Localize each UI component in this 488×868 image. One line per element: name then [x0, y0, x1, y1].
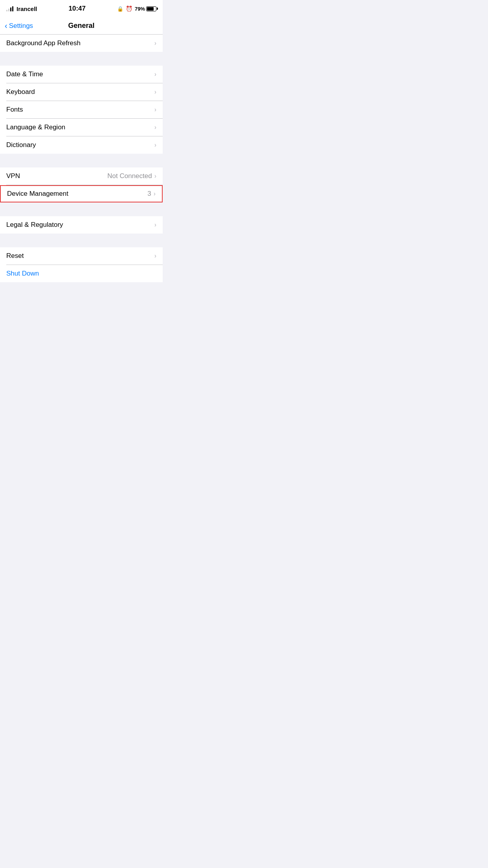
chevron-icon: ›	[154, 124, 156, 131]
back-chevron-icon: ‹	[5, 22, 7, 29]
signal-bar-1	[6, 10, 7, 11]
page-title: General	[68, 22, 94, 30]
signal-bar-2	[8, 9, 9, 11]
chevron-icon: ›	[154, 190, 156, 197]
list-item-date-time[interactable]: Date & Time ›	[0, 66, 163, 83]
status-time: 10:47	[69, 5, 86, 13]
chevron-icon: ›	[154, 252, 156, 259]
back-label: Settings	[9, 22, 33, 30]
reset-group: Reset › Shut Down	[0, 247, 163, 282]
item-label-fonts: Fonts	[6, 106, 154, 114]
list-item-device-management[interactable]: Device Management 3 ›	[0, 185, 163, 202]
section-divider-1	[0, 52, 163, 66]
list-item-background-app-refresh[interactable]: Background App Refresh ›	[0, 35, 163, 52]
item-value-vpn: Not Connected	[107, 172, 152, 180]
vpn-group: VPN Not Connected › Device Management 3 …	[0, 167, 163, 202]
item-label-reset: Reset	[6, 252, 154, 260]
carrier-name: Irancell	[17, 6, 37, 12]
chevron-icon: ›	[154, 71, 156, 78]
signal-bar-3	[10, 7, 11, 11]
chevron-icon: ›	[154, 142, 156, 149]
item-label-device-management: Device Management	[7, 190, 147, 198]
back-button[interactable]: ‹ Settings	[5, 22, 33, 30]
alarm-icon: ⏰	[126, 6, 132, 12]
list-item-language-region[interactable]: Language & Region ›	[0, 119, 163, 136]
chevron-icon: ›	[154, 40, 156, 47]
status-right: 🔒 ⏰ 79%	[117, 6, 156, 12]
chevron-icon: ›	[154, 106, 156, 113]
chevron-icon: ›	[154, 221, 156, 228]
section-divider-3	[0, 202, 163, 216]
section-vpn: VPN Not Connected › Device Management 3 …	[0, 167, 163, 202]
signal-bar-4	[12, 6, 13, 11]
battery-icon	[146, 6, 156, 11]
section-reset: Reset › Shut Down	[0, 247, 163, 282]
battery-fill	[147, 7, 154, 11]
list-item-keyboard[interactable]: Keyboard ›	[0, 83, 163, 101]
battery-percent: 79%	[135, 6, 145, 12]
settings-content: Background App Refresh › Date & Time › K…	[0, 35, 163, 298]
list-item-legal-regulatory[interactable]: Legal & Regulatory ›	[0, 216, 163, 234]
section-refresh: Background App Refresh ›	[0, 35, 163, 52]
item-badge-device-management: 3	[147, 190, 151, 198]
section-legal: Legal & Regulatory ›	[0, 216, 163, 234]
battery-container: 79%	[135, 6, 156, 12]
list-item-reset[interactable]: Reset ›	[0, 247, 163, 265]
datetime-group: Date & Time › Keyboard › Fonts › Languag…	[0, 66, 163, 154]
bottom-spacer	[0, 282, 163, 298]
item-label-language-region: Language & Region	[6, 123, 154, 131]
item-label-shut-down: Shut Down	[6, 270, 156, 278]
item-label-vpn: VPN	[6, 172, 107, 180]
list-item-fonts[interactable]: Fonts ›	[0, 101, 163, 118]
refresh-group: Background App Refresh ›	[0, 35, 163, 52]
section-datetime: Date & Time › Keyboard › Fonts › Languag…	[0, 66, 163, 154]
item-label-keyboard: Keyboard	[6, 88, 154, 96]
list-item-vpn[interactable]: VPN Not Connected ›	[0, 167, 163, 185]
status-left: Irancell	[6, 6, 37, 12]
item-label-background-app-refresh: Background App Refresh	[6, 39, 154, 47]
section-divider-4	[0, 234, 163, 247]
item-label-date-time: Date & Time	[6, 70, 154, 78]
legal-group: Legal & Regulatory ›	[0, 216, 163, 234]
section-divider-2	[0, 154, 163, 167]
list-item-dictionary[interactable]: Dictionary ›	[0, 136, 163, 154]
nav-bar: ‹ Settings General	[0, 17, 163, 35]
chevron-icon: ›	[154, 88, 156, 96]
signal-bars	[6, 6, 13, 11]
lock-icon: 🔒	[117, 6, 123, 12]
item-label-dictionary: Dictionary	[6, 141, 154, 149]
item-label-legal-regulatory: Legal & Regulatory	[6, 221, 154, 229]
chevron-icon: ›	[154, 173, 156, 180]
status-bar: Irancell 10:47 🔒 ⏰ 79%	[0, 0, 163, 17]
list-item-shut-down[interactable]: Shut Down	[0, 265, 163, 282]
